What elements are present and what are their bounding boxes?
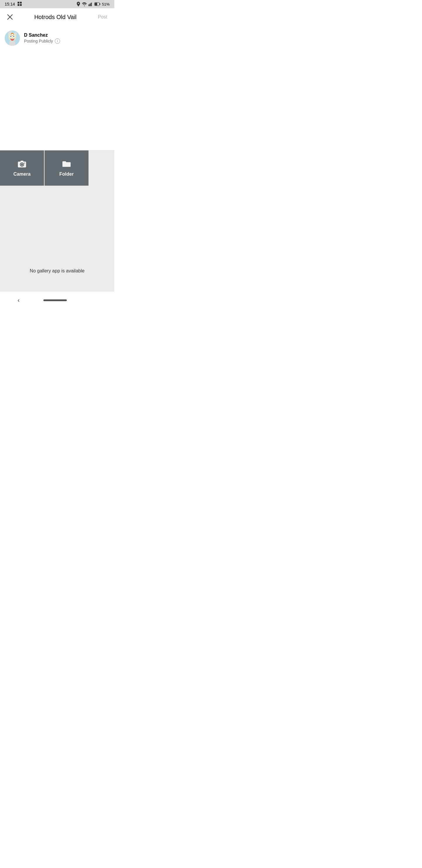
svg-rect-7 — [92, 2, 93, 6]
camera-button[interactable]: Camera — [0, 150, 44, 186]
close-button[interactable] — [5, 12, 15, 22]
status-right: 51% — [76, 2, 109, 6]
svg-rect-3 — [20, 4, 22, 6]
status-time: 15:14 — [5, 2, 15, 6]
header-title: Hotrods Old Vail — [15, 14, 96, 21]
svg-point-21 — [11, 39, 14, 41]
nav-pill[interactable] — [43, 300, 67, 301]
svg-point-26 — [21, 164, 23, 166]
posting-status-text: Posting Publicly — [24, 39, 53, 43]
info-icon[interactable]: i — [55, 38, 60, 44]
svg-point-19 — [10, 36, 11, 37]
camera-button-label: Camera — [13, 172, 31, 177]
user-info: D Sanchez Posting Publicly i — [24, 33, 60, 44]
no-gallery-message: No gallery app is available — [30, 268, 85, 274]
folder-button[interactable]: Folder — [44, 150, 89, 186]
nav-bar: ‹ — [0, 291, 114, 309]
svg-rect-6 — [91, 3, 92, 6]
signal-icon — [89, 2, 93, 6]
battery-icon — [94, 2, 100, 6]
grid-icon — [17, 1, 22, 7]
user-name: D Sanchez — [24, 33, 60, 38]
post-button[interactable]: Post — [96, 13, 109, 21]
svg-rect-4 — [89, 4, 89, 6]
svg-point-20 — [13, 36, 14, 37]
svg-rect-27 — [21, 161, 24, 162]
user-section: D Sanchez Posting Publicly i — [0, 26, 114, 51]
status-left: 15:14 — [5, 1, 22, 7]
camera-icon — [17, 159, 27, 168]
bottom-section: Camera Folder No gallery app is availabl… — [0, 150, 114, 291]
folder-button-label: Folder — [60, 172, 74, 177]
svg-rect-23 — [9, 41, 15, 46]
back-button[interactable]: ‹ — [18, 297, 20, 304]
svg-rect-5 — [90, 3, 91, 6]
svg-point-28 — [24, 163, 25, 164]
location-icon — [76, 2, 80, 6]
battery-text: 51% — [102, 2, 109, 6]
svg-rect-9 — [100, 3, 100, 5]
avatar — [5, 31, 20, 46]
content-area[interactable] — [0, 51, 114, 150]
user-status-row: Posting Publicly i — [24, 38, 60, 44]
wifi-icon — [82, 2, 87, 6]
svg-rect-0 — [18, 2, 19, 3]
media-buttons-row: Camera Folder — [0, 150, 114, 186]
svg-rect-2 — [18, 4, 19, 6]
svg-rect-10 — [95, 3, 97, 6]
no-gallery-area: No gallery app is available — [0, 186, 114, 285]
svg-rect-1 — [20, 2, 22, 3]
header: Hotrods Old Vail Post — [0, 8, 114, 26]
folder-icon — [62, 159, 71, 168]
status-bar: 15:14 5 — [0, 0, 114, 8]
